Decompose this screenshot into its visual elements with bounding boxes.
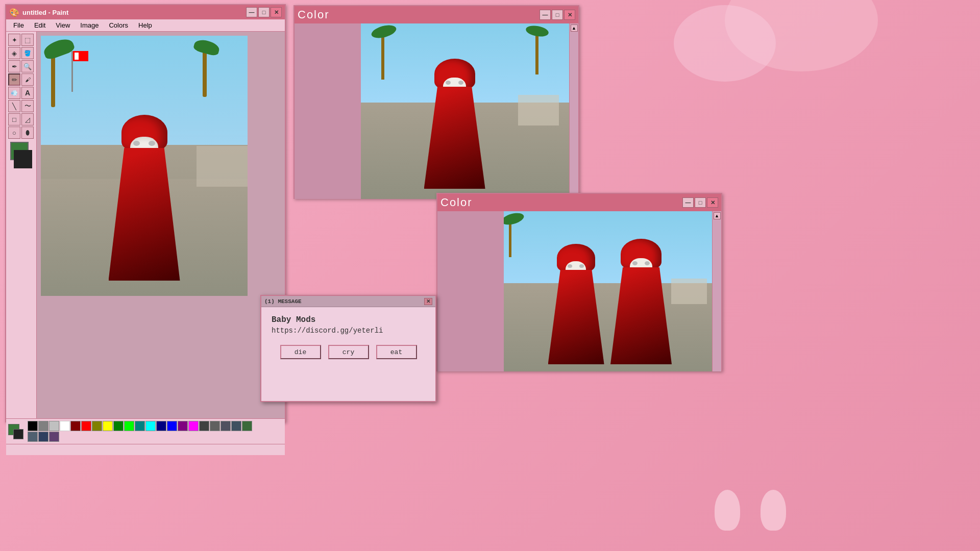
color-window-1-title: Color — [298, 8, 330, 21]
paint-logo-icon: 🎨 — [9, 8, 19, 17]
tool-airbrush[interactable]: 💨 — [8, 87, 20, 99]
swatch-19[interactable] — [231, 421, 241, 431]
swatch-8[interactable] — [113, 421, 124, 431]
color-preview — [10, 142, 32, 168]
maximize-icon-2: □ — [699, 199, 702, 206]
tool-pencil[interactable]: ✏ — [8, 73, 20, 86]
tool-polygon[interactable]: ◿ — [21, 113, 34, 126]
scrollbar-up-1[interactable]: ▲ — [571, 24, 578, 32]
swatch-11[interactable] — [145, 421, 156, 431]
paint-close-button[interactable]: ✕ — [271, 7, 282, 17]
tool-rounded-rect[interactable]: ⬮ — [21, 127, 34, 139]
tool-line[interactable]: ╲ — [8, 100, 20, 112]
color-titlebar-2: Color — □ ✕ — [437, 194, 721, 211]
swatch-20[interactable] — [242, 421, 252, 431]
swatch-10[interactable] — [135, 421, 145, 431]
maximize-icon-1: □ — [556, 12, 559, 18]
tool-curve[interactable]: 〜 — [21, 100, 34, 112]
color-title-1: Color — [298, 8, 330, 21]
close-icon-2: ✕ — [710, 199, 715, 206]
die-button[interactable]: die — [280, 345, 321, 359]
swatch-22[interactable] — [38, 432, 48, 442]
canvas-image — [41, 36, 248, 296]
menu-colors[interactable]: Colors — [104, 20, 133, 30]
minimize-icon: — — [249, 9, 255, 15]
color-title-left-2: Color — [440, 196, 473, 209]
scrollbar-up-2[interactable]: ▲ — [714, 212, 721, 219]
eat-button[interactable]: eat — [376, 345, 417, 359]
tool-eyedropper[interactable]: ✒ — [8, 60, 20, 72]
paint-menubar: File Edit View Image Colors Help — [6, 19, 285, 32]
swatch-12[interactable] — [156, 421, 166, 431]
menu-image[interactable]: Image — [75, 20, 104, 30]
menu-help[interactable]: Help — [133, 20, 157, 30]
c1-hood — [434, 59, 475, 89]
tool-text[interactable]: A — [21, 87, 34, 99]
swatch-13[interactable] — [167, 421, 177, 431]
swatch-21[interactable] — [28, 432, 38, 442]
message-line1: Baby Mods — [272, 315, 425, 324]
tool-ellipse[interactable]: ○ — [8, 127, 20, 139]
tool-select-free[interactable]: ✦ — [8, 34, 20, 46]
tool-rect[interactable]: □ — [8, 113, 20, 126]
red-figure-large — [104, 115, 185, 278]
background-color[interactable] — [14, 150, 32, 168]
c2-figure1 — [546, 244, 607, 361]
c2-building — [671, 279, 707, 304]
tool-fill[interactable]: 🪣 — [21, 47, 34, 59]
paint-minimize-button[interactable]: — — [246, 7, 257, 17]
cry-button[interactable]: cry — [328, 345, 369, 359]
swatch-2[interactable] — [49, 421, 59, 431]
message-titlebar: (1) MESSAGE ✕ — [261, 296, 435, 307]
minimize-icon-1: — — [543, 12, 548, 18]
swatch-0[interactable] — [28, 421, 38, 431]
swatch-5[interactable] — [81, 421, 91, 431]
message-title: (1) MESSAGE — [264, 298, 302, 305]
swatch-1[interactable] — [38, 421, 48, 431]
paint-colorbar — [6, 418, 285, 444]
paint-canvas[interactable] — [37, 32, 285, 418]
swatch-6[interactable] — [92, 421, 102, 431]
c2-figure2 — [608, 239, 674, 361]
color-maximize-2[interactable]: □ — [695, 197, 706, 208]
swatch-14[interactable] — [178, 421, 188, 431]
swatch-17[interactable] — [210, 421, 220, 431]
swatch-16[interactable] — [199, 421, 209, 431]
message-body: Baby Mods https://discord.gg/yeterli die… — [261, 307, 435, 367]
paint-title: untitled - Paint — [22, 9, 68, 16]
swatch-4[interactable] — [70, 421, 81, 431]
color-close-1[interactable]: ✕ — [564, 10, 575, 20]
color-canvas-1 — [361, 23, 569, 199]
color-minimize-2[interactable]: — — [682, 197, 694, 208]
swatch-7[interactable] — [103, 421, 113, 431]
color-titlebar-btns-1: — □ ✕ — [540, 10, 575, 20]
flag — [73, 51, 88, 61]
bg-swatch[interactable] — [13, 429, 23, 439]
paint-window: 🎨 untitled - Paint — □ ✕ File Edit View … — [5, 4, 286, 422]
color-minimize-1[interactable]: — — [540, 10, 551, 20]
swatch-3[interactable] — [60, 421, 70, 431]
color-body-1: ▲ — [295, 23, 578, 199]
swatch-9[interactable] — [124, 421, 134, 431]
tool-brush[interactable]: 🖌 — [21, 73, 34, 86]
color-titlebar-btns-2: — □ ✕ — [682, 197, 718, 208]
color-maximize-1[interactable]: □ — [552, 10, 563, 20]
color-close-2[interactable]: ✕ — [707, 197, 718, 208]
menu-view[interactable]: View — [51, 20, 75, 30]
paint-maximize-button[interactable]: □ — [258, 7, 270, 17]
color-window-2-title: Color — [440, 196, 473, 209]
c1-leaves2 — [525, 24, 550, 38]
color-body-2: ▲ — [437, 211, 721, 371]
menu-file[interactable]: File — [8, 20, 29, 30]
swatch-23[interactable] — [49, 432, 59, 442]
color-window-1: Color — □ ✕ — [293, 5, 579, 199]
tool-eraser[interactable]: ◈ — [8, 47, 20, 59]
message-line2: https://discord.gg/yeterli — [272, 327, 425, 335]
swatch-15[interactable] — [188, 421, 199, 431]
menu-edit[interactable]: Edit — [29, 20, 51, 30]
color-canvas-2 — [504, 211, 712, 371]
tool-select-rect[interactable]: ⬚ — [21, 34, 34, 46]
message-close-button[interactable]: ✕ — [424, 298, 432, 305]
tool-magnify[interactable]: 🔍 — [21, 60, 34, 72]
swatch-18[interactable] — [220, 421, 231, 431]
